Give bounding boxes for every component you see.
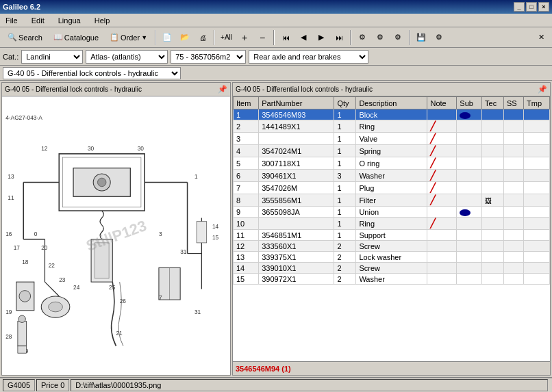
parts-table: Item PartNumber Qty Description Note Sub… xyxy=(233,96,550,285)
menu-help[interactable]: Help xyxy=(92,15,113,26)
col-partnum[interactable]: PartNumber xyxy=(259,97,334,109)
order-button[interactable]: 📋 Order ▼ xyxy=(105,29,152,46)
atlas-select[interactable]: Atlas- (atlantis) xyxy=(86,50,168,64)
col-desc[interactable]: Description xyxy=(356,97,427,109)
new-button[interactable]: 📄 xyxy=(159,29,175,46)
menu-file[interactable]: File xyxy=(3,15,21,26)
table-row[interactable]: 12 333560X1 2 Screw xyxy=(234,241,550,252)
table-row[interactable]: 3 1 Valve ╱ xyxy=(234,133,550,145)
cell-item: 9 xyxy=(234,207,259,218)
left-panel-pin[interactable]: 📌 xyxy=(218,85,227,94)
cell-tmp xyxy=(524,109,550,120)
table-row[interactable]: 15 390972X1 2 Washer xyxy=(234,274,550,285)
print-button[interactable]: 🖨 xyxy=(195,29,211,46)
cell-tec xyxy=(482,241,504,252)
cell-ss xyxy=(504,230,524,241)
app-title: Galileo 6.2 xyxy=(3,3,40,11)
parts-table-container[interactable]: Item PartNumber Qty Description Note Sub… xyxy=(233,96,550,361)
table-row[interactable]: 7 3547026M 1 Plug ╱ xyxy=(234,182,550,194)
status-segment-2: Price 0 xyxy=(36,379,69,391)
col-tec[interactable]: Tec xyxy=(482,97,504,109)
svg-text:14: 14 xyxy=(212,223,219,230)
last-button[interactable]: ⏭ xyxy=(331,29,347,46)
model-select[interactable]: 75 - 3657056m2 xyxy=(171,50,246,64)
table-row[interactable]: 8 3555856M1 1 Filter ╱ 🖼 xyxy=(234,194,550,207)
cat-select[interactable]: Landini xyxy=(21,50,83,64)
catalogue-button[interactable]: 📖 Catalogue xyxy=(49,29,103,46)
menu-lingua[interactable]: Lingua xyxy=(55,15,84,26)
order-arrow-icon: ▼ xyxy=(141,34,147,41)
maximize-button[interactable]: □ xyxy=(526,2,537,12)
svg-text:19: 19 xyxy=(5,309,12,315)
right-status-bar: 3546546M94 (1) xyxy=(233,361,550,375)
table-row[interactable]: 6 390461X1 3 Washer ╱ xyxy=(234,170,550,182)
cell-desc: Washer xyxy=(356,170,427,182)
table-row[interactable]: 2 1441489X1 1 Ring ╱ xyxy=(234,120,550,133)
col-item[interactable]: Item xyxy=(234,97,259,109)
add-all-button[interactable]: +All xyxy=(218,29,235,46)
col-tmp[interactable]: Tmp xyxy=(524,97,550,109)
section-select[interactable]: Rear axle and rear brakes xyxy=(249,50,368,64)
sub-filter-select[interactable]: G-40 05 - Differential lock controls - h… xyxy=(3,67,181,79)
sub-dot-icon xyxy=(460,112,471,119)
col-sub[interactable]: Sub xyxy=(457,97,482,109)
col-qty[interactable]: Qty xyxy=(334,97,356,109)
table-row[interactable]: 10 1 Ring ╱ xyxy=(234,218,550,230)
next-button[interactable]: ▶ xyxy=(313,29,329,46)
close-button[interactable]: × xyxy=(538,2,549,12)
note-slash-icon: ╱ xyxy=(430,146,436,156)
order-icon: 📋 xyxy=(110,33,119,42)
cell-item: 11 xyxy=(234,230,259,241)
cell-tec xyxy=(482,120,504,133)
cell-desc: Block xyxy=(356,109,427,120)
cell-part: 339010X1 xyxy=(259,263,334,274)
save-button[interactable]: 💾 xyxy=(413,29,429,46)
cell-item: 2 xyxy=(234,120,259,133)
search-button[interactable]: 🔍 Search xyxy=(3,29,47,46)
cell-item: 10 xyxy=(234,218,259,230)
cell-note: ╱ xyxy=(427,120,457,133)
cell-desc: Union xyxy=(356,207,427,218)
tool3-button[interactable]: ⚙ xyxy=(390,29,406,46)
cell-note: ╱ xyxy=(427,157,457,170)
table-row[interactable]: 5 3007118X1 1 O ring ╱ xyxy=(234,157,550,170)
prev-button[interactable]: ◀ xyxy=(295,29,312,46)
cell-item: 12 xyxy=(234,241,259,252)
table-row[interactable]: 4 3547024M1 1 Spring ╱ xyxy=(234,145,550,157)
cell-item: 14 xyxy=(234,263,259,274)
cell-desc: Screw xyxy=(356,263,427,274)
col-ss[interactable]: SS xyxy=(504,97,524,109)
remove-button[interactable]: − xyxy=(254,29,271,46)
cell-qty: 1 xyxy=(334,207,356,218)
first-button[interactable]: ⏮ xyxy=(277,29,294,46)
col-note[interactable]: Note xyxy=(427,97,457,109)
cell-sub xyxy=(457,157,482,170)
close-toolbar-button[interactable]: ✕ xyxy=(533,29,549,46)
tool2-button[interactable]: ⚙ xyxy=(372,29,388,46)
add-button[interactable]: + xyxy=(236,29,253,46)
sep2 xyxy=(214,30,215,45)
cell-tec xyxy=(482,252,504,263)
status-text: 3546546M94 (1) xyxy=(236,365,291,373)
svg-text:17: 17 xyxy=(14,244,21,251)
menu-edit[interactable]: Edit xyxy=(29,15,47,26)
cell-qty: 2 xyxy=(334,241,356,252)
right-panel-pin[interactable]: 📌 xyxy=(538,85,547,94)
config-button[interactable]: ⚙ xyxy=(431,29,447,46)
minimize-button[interactable]: _ xyxy=(514,2,525,12)
main-content: G-40 05 - Differential lock controls - h… xyxy=(0,81,552,377)
tool1-button[interactable]: ⚙ xyxy=(354,29,371,46)
table-row[interactable]: 14 339010X1 2 Screw xyxy=(234,263,550,274)
cell-tec xyxy=(482,230,504,241)
table-row[interactable]: 11 3546851M1 1 Support xyxy=(234,230,550,241)
diagram-area[interactable]: StillP123 4-AG27-043-A xyxy=(2,96,230,375)
cell-tec xyxy=(482,109,504,120)
svg-rect-52 xyxy=(197,222,207,243)
table-row[interactable]: 9 3655098JA 1 Union xyxy=(234,207,550,218)
table-row[interactable]: 13 339375X1 2 Lock washer xyxy=(234,252,550,263)
open-button[interactable]: 📂 xyxy=(177,29,193,46)
cell-part: 3547024M1 xyxy=(259,145,334,157)
cell-qty: 2 xyxy=(334,263,356,274)
svg-text:7: 7 xyxy=(159,294,162,301)
table-row[interactable]: 1 3546546M93 1 Block xyxy=(234,109,550,120)
